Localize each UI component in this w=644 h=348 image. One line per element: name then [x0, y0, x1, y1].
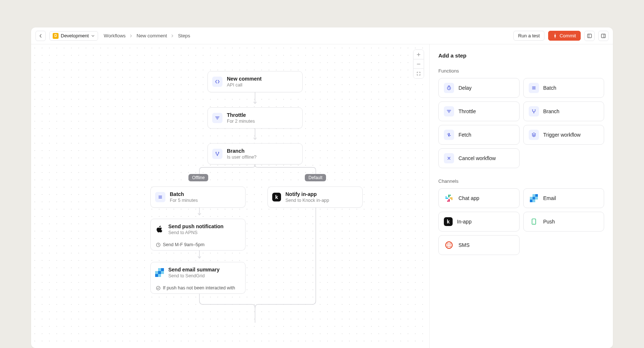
step-label: Throttle	[458, 108, 476, 114]
svg-rect-27	[449, 199, 450, 202]
svg-point-46	[449, 245, 450, 247]
run-test-button[interactable]: Run a test	[513, 31, 544, 41]
chevron-right-icon	[171, 34, 174, 38]
commit-label: Commit	[559, 33, 576, 38]
svg-point-31	[447, 200, 449, 202]
node-batch[interactable]: Batch For 5 minutes	[150, 186, 246, 208]
svg-point-0	[554, 35, 556, 36]
node-throttle[interactable]: Throttle For 2 minutes	[207, 107, 303, 129]
commit-button[interactable]: Commit	[548, 31, 581, 41]
sidebar-title: Add a step	[438, 52, 604, 59]
svg-rect-3	[602, 34, 606, 38]
svg-rect-36	[532, 197, 535, 199]
svg-rect-18	[158, 274, 161, 277]
svg-rect-13	[155, 271, 158, 274]
step-trigger-workflow[interactable]: Trigger workflow	[523, 125, 604, 145]
batch-icon	[529, 83, 539, 93]
step-throttle[interactable]: Throttle	[438, 101, 520, 121]
svg-rect-25	[448, 195, 450, 197]
node-push[interactable]: Send push notification Send to APNS	[150, 219, 246, 240]
step-branch[interactable]: Branch	[523, 101, 604, 121]
twilio-icon	[444, 240, 454, 250]
slack-icon	[444, 193, 454, 203]
breadcrumb-steps[interactable]: Steps	[178, 33, 190, 38]
branch-icon	[529, 106, 539, 116]
svg-rect-33	[530, 197, 532, 199]
step-cancel-workflow[interactable]: Cancel workflow	[438, 148, 520, 168]
step-delay[interactable]: Delay	[438, 78, 520, 98]
svg-point-41	[533, 223, 534, 224]
throttle-icon	[444, 106, 454, 116]
svg-point-11	[217, 155, 218, 156]
svg-point-24	[533, 112, 534, 114]
main-area: New comment API call Throttle For 2 minu…	[31, 44, 613, 348]
chevron-down-icon	[91, 34, 95, 38]
svg-point-30	[451, 199, 453, 200]
zoom-out-button[interactable]	[413, 59, 424, 69]
svg-rect-14	[158, 268, 161, 271]
node-subtitle: Send to SendGrid	[168, 273, 220, 278]
chevron-right-icon	[129, 34, 133, 38]
app-window: D Development Workflows New comment Step…	[31, 27, 613, 348]
section-functions-label: Functions	[438, 68, 604, 74]
check-circle-icon	[156, 286, 161, 290]
node-subtitle: API call	[227, 82, 262, 88]
apple-icon	[155, 225, 164, 234]
node-title: Send email summary	[168, 267, 220, 273]
panel-right-toggle[interactable]	[598, 31, 609, 41]
throttle-icon	[212, 113, 222, 123]
code-icon	[212, 77, 222, 87]
environment-dropdown[interactable]: D Development	[49, 31, 98, 41]
svg-rect-1	[588, 34, 592, 38]
functions-grid: Delay Batch Throttle	[438, 78, 604, 168]
node-email-condition[interactable]: If push has not been interacted with	[150, 282, 246, 294]
step-fetch[interactable]: Fetch	[438, 125, 520, 145]
node-branch[interactable]: Branch Is user offline?	[207, 143, 303, 164]
node-title: Batch	[170, 191, 198, 197]
layers-icon	[529, 130, 539, 140]
node-trigger[interactable]: New comment API call	[207, 71, 303, 92]
node-title: New comment	[227, 76, 262, 82]
step-label: Delay	[458, 85, 472, 91]
fullscreen-button[interactable]	[413, 69, 424, 78]
zoom-in-button[interactable]	[413, 50, 424, 59]
node-title: Notify in-app	[285, 191, 329, 197]
channel-inapp[interactable]: k In-app	[438, 212, 520, 232]
svg-rect-38	[532, 200, 535, 202]
channel-label: Chat app	[458, 195, 479, 201]
channels-grid: Chat app Email k In-app Push	[438, 188, 604, 255]
breadcrumb-workflows[interactable]: Workflows	[104, 33, 126, 38]
channel-push[interactable]: Push	[523, 212, 604, 232]
topbar: D Development Workflows New comment Step…	[31, 27, 613, 44]
svg-rect-28	[445, 198, 448, 199]
node-push-condition[interactable]: Send M-F 9am–5pm	[150, 239, 246, 251]
step-label: Batch	[543, 85, 557, 91]
svg-point-22	[532, 110, 533, 111]
step-label: Fetch	[458, 132, 471, 138]
back-button[interactable]	[35, 31, 46, 41]
workflow-canvas[interactable]: New comment API call Throttle For 2 minu…	[31, 44, 429, 348]
node-email[interactable]: Send email summary Send to SendGrid	[150, 262, 246, 283]
channel-chat[interactable]: Chat app	[438, 188, 520, 208]
svg-point-42	[446, 242, 452, 248]
run-test-label: Run a test	[518, 33, 540, 38]
svg-rect-34	[532, 194, 535, 197]
node-inapp[interactable]: k Notify in-app Send to Knock in-app	[267, 186, 363, 208]
env-badge-icon: D	[53, 33, 59, 39]
svg-point-9	[216, 152, 217, 153]
node-title: Send push notification	[168, 223, 224, 229]
knock-icon: k	[272, 193, 281, 201]
step-batch[interactable]: Batch	[523, 78, 604, 98]
svg-point-43	[447, 243, 448, 244]
svg-rect-15	[155, 274, 158, 277]
breadcrumb-workflow[interactable]: New comment	[136, 33, 167, 38]
condition-text: Send M-F 9am–5pm	[163, 242, 205, 247]
panel-left-toggle[interactable]	[584, 31, 595, 41]
svg-rect-26	[450, 197, 453, 199]
knock-icon: k	[444, 217, 453, 226]
branch-icon	[212, 149, 222, 159]
channel-email[interactable]: Email	[523, 188, 604, 208]
channel-sms[interactable]: SMS	[438, 235, 520, 255]
svg-point-23	[535, 110, 536, 111]
channel-label: SMS	[458, 242, 469, 248]
